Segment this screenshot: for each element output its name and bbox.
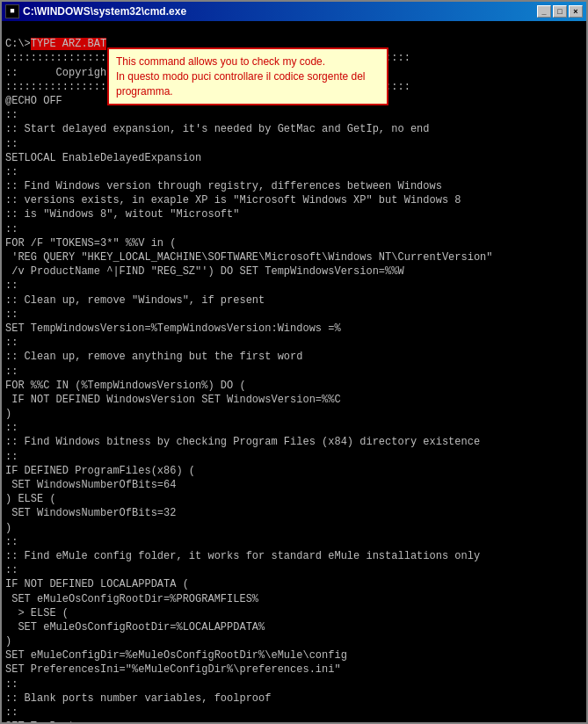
tooltip-box: This command allows you to check my code… [107,47,388,105]
close-button[interactable]: × [569,5,583,18]
maximize-button[interactable]: □ [553,5,567,18]
title-bar-buttons: _ □ × [537,5,583,18]
title-bar-text: C:\WINDOWS\system32\cmd.exe [23,5,537,18]
tooltip-line3: programma. [116,85,173,98]
cmd-window: ■ C:\WINDOWS\system32\cmd.exe _ □ × C:\>… [0,0,588,724]
tooltip-line2: In questo modo puci controllare il codic… [116,70,366,83]
window-icon: ■ [5,4,19,18]
minimize-button[interactable]: _ [537,5,551,18]
tooltip-line1: This command allows you to check my code… [116,55,325,68]
terminal-area[interactable]: C:\>TYPE ARZ.BAT :::::::::::::::::::::::… [2,21,586,722]
terminal-text: C:\>TYPE ARZ.BAT :::::::::::::::::::::::… [2,21,586,722]
title-bar: ■ C:\WINDOWS\system32\cmd.exe _ □ × [2,2,586,21]
